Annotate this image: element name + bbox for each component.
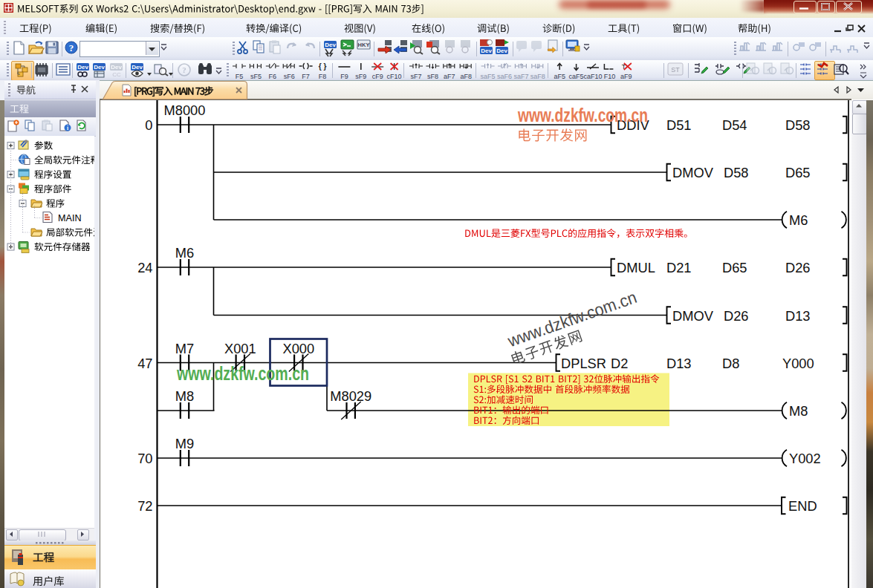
svg-text:F6: F6 bbox=[269, 73, 277, 80]
svg-text:0: 0 bbox=[145, 117, 152, 133]
svg-text:?: ? bbox=[182, 65, 186, 74]
svg-text:saF8: saF8 bbox=[530, 73, 545, 80]
svg-text:sF6: sF6 bbox=[284, 73, 295, 80]
svg-text:?: ? bbox=[69, 42, 74, 53]
svg-text:D21: D21 bbox=[666, 260, 692, 275]
svg-text:saF7: saF7 bbox=[513, 73, 528, 80]
svg-text:D58: D58 bbox=[724, 165, 749, 180]
svg-text:Dev: Dev bbox=[325, 42, 336, 48]
svg-text:www.dzkfw.com.cn: www.dzkfw.com.cn bbox=[504, 287, 639, 351]
svg-text:X000: X000 bbox=[282, 341, 314, 356]
svg-text:F9: F9 bbox=[340, 73, 348, 80]
svg-text:70: 70 bbox=[137, 451, 152, 466]
svg-text:M8: M8 bbox=[789, 403, 808, 419]
svg-text:saF5: saF5 bbox=[481, 73, 496, 80]
svg-text:D13: D13 bbox=[666, 356, 692, 371]
svg-text:caF10: caF10 bbox=[583, 73, 602, 80]
svg-text:24: 24 bbox=[137, 260, 152, 275]
svg-text:DMOV: DMOV bbox=[672, 308, 714, 324]
svg-text:F10: F10 bbox=[604, 73, 616, 80]
svg-text:aF7: aF7 bbox=[444, 73, 455, 80]
svg-text:DPLSR: DPLSR bbox=[561, 356, 606, 371]
svg-text:i: i bbox=[67, 125, 68, 131]
svg-text:caF5: caF5 bbox=[569, 73, 584, 80]
svg-text:D58: D58 bbox=[785, 117, 811, 133]
svg-text:sF5: sF5 bbox=[250, 73, 262, 80]
svg-text:47: 47 bbox=[137, 356, 152, 371]
svg-text:M7: M7 bbox=[175, 341, 194, 356]
svg-text:D26: D26 bbox=[724, 308, 749, 324]
svg-text:Y000: Y000 bbox=[782, 356, 814, 371]
svg-text:DMOV: DMOV bbox=[672, 165, 714, 180]
svg-text:M9: M9 bbox=[175, 436, 194, 451]
svg-text:HKY: HKY bbox=[358, 42, 370, 48]
svg-text:D13: D13 bbox=[785, 308, 811, 324]
svg-text:M6: M6 bbox=[175, 245, 194, 261]
svg-text:Dev: Dev bbox=[94, 64, 105, 71]
svg-text:Dev: Dev bbox=[132, 64, 143, 71]
svg-text:D51: D51 bbox=[666, 117, 692, 133]
svg-text:M6: M6 bbox=[789, 212, 808, 228]
svg-text:www.dzkfw.com.cn: www.dzkfw.com.cn bbox=[517, 105, 648, 125]
svg-text:D65: D65 bbox=[785, 165, 811, 180]
svg-text:D8: D8 bbox=[722, 356, 739, 371]
svg-text:DMUL: DMUL bbox=[617, 260, 655, 275]
svg-text:Dev: Dev bbox=[496, 48, 507, 54]
svg-text:Dev: Dev bbox=[77, 64, 88, 71]
svg-text:F8: F8 bbox=[319, 73, 327, 80]
svg-text:Dev: Dev bbox=[481, 48, 492, 54]
svg-text:cF10: cF10 bbox=[387, 73, 402, 80]
svg-text:saF6: saF6 bbox=[497, 73, 512, 80]
svg-text:sF7: sF7 bbox=[410, 73, 421, 80]
svg-text:CC: CC bbox=[112, 71, 121, 78]
svg-text:72: 72 bbox=[137, 498, 152, 514]
svg-text:D54: D54 bbox=[722, 117, 747, 133]
svg-text:cF9: cF9 bbox=[372, 73, 383, 80]
svg-text:sF9: sF9 bbox=[355, 73, 366, 80]
svg-text:aF8: aF8 bbox=[460, 73, 472, 80]
svg-text:Y002: Y002 bbox=[789, 451, 821, 466]
svg-text:aF9: aF9 bbox=[620, 73, 632, 80]
svg-text:D2: D2 bbox=[611, 356, 628, 371]
svg-text:M8: M8 bbox=[175, 388, 194, 404]
svg-text:X001: X001 bbox=[224, 341, 256, 356]
svg-text:Dev: Dev bbox=[111, 64, 122, 71]
svg-text:M8000: M8000 bbox=[164, 102, 206, 118]
svg-text:{ }: { } bbox=[319, 62, 327, 71]
svg-text:D65: D65 bbox=[722, 260, 747, 275]
svg-text:MAIN: MAIN bbox=[58, 213, 81, 223]
svg-text:D26: D26 bbox=[785, 260, 811, 275]
svg-text:F7: F7 bbox=[302, 73, 310, 80]
svg-text:sF8: sF8 bbox=[427, 73, 438, 80]
svg-text:ST: ST bbox=[671, 66, 680, 74]
svg-text:M8029: M8029 bbox=[330, 388, 371, 404]
svg-text:F5: F5 bbox=[236, 73, 244, 80]
svg-text:www.dzkfw.com.cn: www.dzkfw.com.cn bbox=[176, 362, 309, 385]
svg-text:END: END bbox=[788, 498, 817, 514]
svg-text:aF5: aF5 bbox=[554, 73, 565, 80]
